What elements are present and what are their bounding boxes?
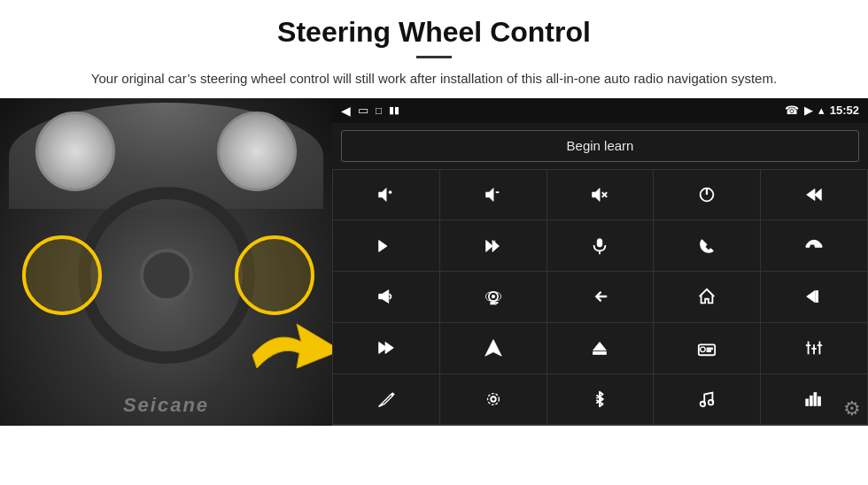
prev-track-button[interactable]	[761, 170, 867, 220]
svg-marker-11	[815, 189, 821, 200]
svg-rect-23	[816, 291, 818, 303]
camera-360-button[interactable]: 360°	[440, 272, 546, 322]
svg-marker-14	[492, 240, 499, 251]
gauge-left	[35, 112, 115, 191]
gauge-right	[217, 112, 297, 191]
svg-rect-46	[814, 393, 817, 406]
controls-grid: 360°	[332, 169, 868, 426]
navigation-button[interactable]	[440, 323, 546, 373]
svg-marker-26	[485, 340, 501, 356]
phone-answer-button[interactable]	[654, 220, 760, 271]
steering-center	[140, 249, 193, 302]
svg-point-43	[709, 400, 714, 405]
begin-learn-row: Begin learn	[332, 123, 868, 169]
svg-marker-3	[485, 189, 492, 202]
svg-marker-27	[593, 343, 607, 350]
car-image-section: Seicane	[0, 98, 332, 426]
next-track-button[interactable]	[333, 220, 439, 271]
phone-status-icon: ☎	[785, 104, 799, 117]
page-title: Steering Wheel Control	[53, 16, 815, 49]
content-area: Seicane ◀ ▭ □ ▮▮ ☎ ▶ ▴	[0, 98, 868, 426]
square-icon[interactable]: □	[376, 104, 382, 117]
highlight-circle-right	[235, 235, 314, 315]
header-subtitle: Your original car’s steering wheel contr…	[71, 69, 797, 89]
rewind-button[interactable]	[761, 272, 867, 322]
svg-rect-45	[810, 396, 813, 405]
svg-rect-44	[806, 399, 809, 405]
status-right: ☎ ▶ ▴ 15:52	[785, 104, 859, 117]
back-nav-button[interactable]	[547, 272, 654, 322]
svg-rect-32	[707, 350, 711, 352]
status-left-icons: ◀ ▭ □ ▮▮	[341, 104, 399, 118]
wifi-icon: ▴	[818, 104, 825, 117]
steering-wheel	[78, 187, 255, 364]
mute-button[interactable]	[547, 170, 654, 220]
title-divider	[416, 56, 452, 58]
fast-forward-button[interactable]	[440, 220, 546, 271]
svg-rect-16	[598, 238, 603, 246]
svg-point-40	[491, 396, 496, 402]
svg-marker-22	[807, 291, 815, 303]
svg-marker-0	[379, 189, 386, 202]
yellow-arrow	[248, 319, 332, 390]
radio-button[interactable]	[654, 323, 760, 373]
page-wrapper: Steering Wheel Control Your original car…	[0, 0, 868, 426]
window-icon[interactable]: ▭	[358, 104, 368, 117]
svg-marker-12	[379, 240, 387, 251]
back-arrow-icon[interactable]: ◀	[341, 104, 351, 118]
svg-point-41	[487, 394, 499, 405]
vol-up-button[interactable]	[333, 170, 439, 220]
eject-button[interactable]	[547, 323, 654, 373]
svg-line-39	[379, 404, 383, 406]
svg-marker-10	[807, 189, 815, 200]
vol-down-button[interactable]	[440, 170, 546, 220]
gear-settings-icon[interactable]: ⚙	[843, 397, 861, 420]
home-nav-button[interactable]	[654, 272, 760, 322]
equalizer-button[interactable]	[761, 323, 867, 373]
location-icon: ▶	[804, 104, 813, 117]
pen-button[interactable]	[333, 374, 439, 425]
horn-button[interactable]	[333, 272, 439, 322]
svg-marker-18	[379, 290, 389, 304]
bluetooth-button[interactable]	[547, 374, 654, 425]
begin-learn-button[interactable]: Begin learn	[341, 130, 859, 162]
svg-rect-28	[593, 352, 607, 355]
settings2-button[interactable]	[440, 374, 546, 425]
microphone-button[interactable]	[547, 220, 654, 271]
svg-marker-5	[593, 189, 600, 202]
svg-marker-25	[385, 343, 393, 354]
status-bar: ◀ ▭ □ ▮▮ ☎ ▶ ▴ 15:52	[332, 98, 868, 123]
seicane-watermark: Seicane	[123, 394, 209, 417]
svg-rect-47	[818, 396, 821, 405]
skip-next-button[interactable]	[333, 323, 439, 373]
android-unit: ◀ ▭ □ ▮▮ ☎ ▶ ▴ 15:52 Begin learn	[332, 98, 868, 426]
svg-point-42	[701, 402, 706, 407]
svg-text:360°: 360°	[490, 301, 498, 305]
music-button[interactable]	[654, 374, 760, 425]
svg-point-30	[701, 347, 706, 352]
power-button[interactable]	[654, 170, 760, 220]
svg-point-20	[492, 296, 494, 298]
highlight-circle-left	[22, 235, 102, 315]
svg-rect-31	[707, 348, 712, 350]
header-section: Steering Wheel Control Your original car…	[0, 0, 868, 98]
time-display: 15:52	[830, 104, 859, 117]
svg-marker-13	[485, 240, 492, 251]
battery-icon: ▮▮	[389, 104, 399, 116]
phone-end-button[interactable]	[761, 220, 867, 271]
